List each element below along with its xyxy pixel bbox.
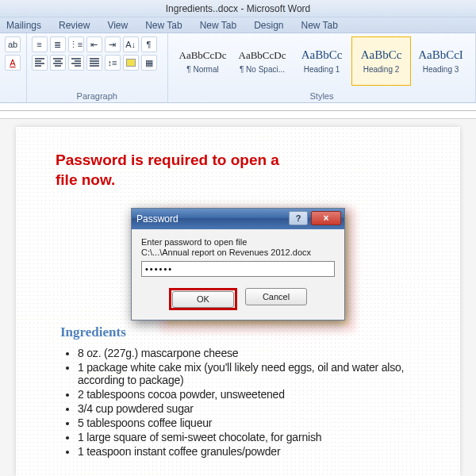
justify-button[interactable] [86, 55, 102, 71]
dialog-title-bar[interactable]: Password ? × [132, 209, 344, 229]
show-marks-button[interactable]: ¶ [141, 36, 157, 52]
annotation-line-2: file now. [56, 171, 420, 190]
password-input[interactable] [141, 261, 335, 277]
ok-button[interactable]: OK [172, 291, 234, 308]
align-right-button[interactable] [68, 55, 84, 71]
style-heading-2[interactable]: AaBbCc Heading 2 [351, 36, 411, 86]
annotation-line-1: Password is required to open a [56, 151, 420, 171]
align-left-button[interactable] [32, 55, 48, 71]
ingredients-list: 8 oz. (227g.) mascarpone cheese 1 packag… [56, 347, 420, 458]
help-button[interactable]: ? [289, 211, 308, 225]
style-no-spacing[interactable]: AaBbCcDc ¶ No Spaci... [232, 36, 292, 86]
decrease-indent-button[interactable]: ⇤ [86, 36, 102, 52]
tab-new-3[interactable]: New Tab [301, 20, 338, 31]
tab-view[interactable]: View [107, 20, 128, 31]
tab-new-2[interactable]: New Tab [200, 20, 236, 31]
style-heading-3[interactable]: AaBbCcI Heading 3 [411, 36, 470, 86]
shading-button[interactable] [123, 55, 139, 71]
list-item: 5 tablespoons coffee liqueur [78, 416, 420, 429]
window-title-bar: Ingredients..docx - Microsoft Word [0, 0, 476, 17]
font-color-button[interactable]: A [5, 55, 21, 71]
close-button[interactable]: × [311, 211, 341, 225]
tab-review[interactable]: Review [59, 20, 90, 31]
dialog-button-row: OK Cancel [141, 288, 335, 310]
strike-button[interactable]: ab [5, 36, 21, 52]
ok-button-highlight: OK [169, 288, 237, 310]
multilevel-button[interactable]: ⋮≡ [68, 36, 84, 52]
styles-gallery[interactable]: AaBbCcDc ¶ Normal AaBbCcDc ¶ No Spaci...… [173, 36, 470, 86]
style-heading-1[interactable]: AaBbCc Heading 1 [292, 36, 351, 86]
cancel-button[interactable]: Cancel [245, 288, 307, 305]
sort-button[interactable]: A↓ [123, 36, 139, 52]
annotation-overlay: Password is required to open a file now. [56, 151, 420, 190]
increase-indent-button[interactable]: ⇥ [105, 36, 121, 52]
list-item: 3/4 cup powdered sugar [78, 402, 420, 415]
tab-new-1[interactable]: New Tab [145, 20, 182, 31]
list-item: 1 teaspoon instant coffee granules/powde… [78, 445, 420, 458]
list-item: 2 tablespoons cocoa powder, unsweetened [78, 388, 420, 401]
borders-button[interactable]: ▦ [141, 55, 157, 71]
align-center-button[interactable] [50, 55, 66, 71]
window-title: Ingredients..docx - Microsoft Word [166, 3, 311, 14]
tab-mailings[interactable]: Mailings [6, 20, 41, 31]
paragraph-group-label: Paragraph [27, 91, 167, 101]
style-normal[interactable]: AaBbCcDc ¶ Normal [173, 36, 232, 86]
list-item: 1 package white cake mix (you'll likely … [78, 361, 420, 386]
styles-group: AaBbCcDc ¶ Normal AaBbCcDc ¶ No Spaci...… [168, 33, 476, 102]
tab-design[interactable]: Design [254, 20, 283, 31]
ribbon: ab A ≡ ≣ ⋮≡ ⇤ ⇥ A↓ ¶ [0, 33, 476, 103]
list-item: 1 large square of semi-sweet chocolate, … [78, 431, 420, 443]
ribbon-tabs: Mailings Review View New Tab New Tab Des… [0, 17, 476, 33]
bullets-button[interactable]: ≡ [32, 36, 48, 52]
line-spacing-button[interactable]: ↕≡ [105, 55, 121, 71]
dialog-prompt-1: Enter password to open file [141, 237, 335, 247]
dialog-title: Password [136, 213, 178, 225]
paragraph-group: ≡ ≣ ⋮≡ ⇤ ⇥ A↓ ¶ [27, 33, 168, 102]
font-group-partial: ab A [0, 33, 27, 102]
password-dialog: Password ? × Enter password to open file… [131, 208, 345, 321]
dialog-body: Enter password to open file C:\...\Annua… [132, 229, 344, 320]
styles-group-label: Styles [168, 91, 475, 101]
dialog-prompt-2: C:\...\Annual report on Revenues 2012.do… [141, 248, 335, 257]
list-item: 8 oz. (227g.) mascarpone cheese [78, 347, 420, 359]
close-icon: × [323, 213, 328, 224]
numbering-button[interactable]: ≣ [50, 36, 66, 52]
ruler[interactable] [0, 103, 476, 119]
